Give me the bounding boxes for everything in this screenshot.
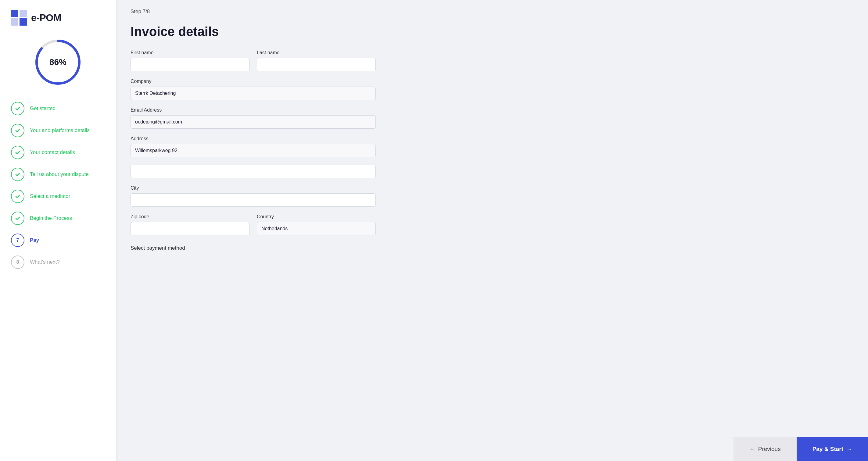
payment-method-label: Select payment method bbox=[130, 245, 376, 251]
svg-rect-0 bbox=[11, 10, 18, 17]
first-name-label: First name bbox=[130, 50, 249, 56]
step-label-8: What's next? bbox=[30, 259, 60, 265]
city-label: City bbox=[130, 185, 376, 191]
progress-container: 86% bbox=[11, 38, 105, 87]
payment-method-row: Select payment method bbox=[130, 243, 376, 251]
step-label-5: Select a mediator bbox=[30, 193, 70, 199]
step-label-3: Your contact details bbox=[30, 150, 75, 156]
address-line2-input[interactable] bbox=[130, 165, 376, 178]
step-item-3[interactable]: Your contact details bbox=[11, 141, 105, 163]
address-group: Address bbox=[130, 136, 376, 157]
pay-start-button[interactable]: Pay & Start → bbox=[797, 437, 868, 461]
last-name-group: Last name bbox=[257, 50, 376, 71]
progress-label: 86% bbox=[50, 57, 66, 67]
check-icon-1 bbox=[14, 105, 21, 111]
zip-group: Zip code bbox=[130, 214, 249, 235]
previous-label: Previous bbox=[758, 446, 781, 453]
step-item-6[interactable]: Begin the Process bbox=[11, 207, 105, 229]
step-circle-5 bbox=[11, 190, 24, 203]
country-group: Country bbox=[257, 214, 376, 235]
epom-logo-icon bbox=[11, 10, 27, 26]
step-circle-8: 8 bbox=[11, 256, 24, 269]
email-label: Email Address bbox=[130, 107, 376, 113]
svg-rect-2 bbox=[11, 18, 18, 26]
city-row: City bbox=[130, 185, 376, 207]
step-item-5[interactable]: Select a mediator bbox=[11, 185, 105, 207]
last-name-label: Last name bbox=[257, 50, 376, 56]
address-label: Address bbox=[130, 136, 376, 141]
first-name-input[interactable] bbox=[130, 58, 249, 71]
logo-text: e-POM bbox=[31, 12, 61, 24]
bottom-bar: ← Previous Pay & Start → bbox=[116, 437, 868, 461]
country-input[interactable] bbox=[257, 222, 376, 235]
step-number-8: 8 bbox=[17, 260, 19, 265]
check-icon-3 bbox=[14, 150, 21, 156]
email-row: Email Address bbox=[130, 107, 376, 129]
previous-button[interactable]: ← Previous bbox=[734, 437, 797, 461]
step-item-4[interactable]: Tell us about your dispute bbox=[11, 163, 105, 185]
address-row-2 bbox=[130, 165, 376, 178]
step-item-2[interactable]: Your and platforms details bbox=[11, 120, 105, 141]
check-icon-5 bbox=[14, 193, 21, 199]
step-item-1[interactable]: Get started bbox=[11, 98, 105, 120]
step-circle-2 bbox=[11, 124, 24, 137]
main-content: Step 7/8 Invoice details First name Last… bbox=[116, 0, 868, 461]
country-label: Country bbox=[257, 214, 376, 220]
address-row-1: Address bbox=[130, 136, 376, 157]
step-circle-3 bbox=[11, 146, 24, 159]
name-row: First name Last name bbox=[130, 50, 376, 71]
email-group: Email Address bbox=[130, 107, 376, 129]
zip-label: Zip code bbox=[130, 214, 249, 220]
step-item-8: 8 What's next? bbox=[11, 251, 105, 273]
zip-input[interactable] bbox=[130, 222, 249, 235]
company-row: Company bbox=[130, 79, 376, 100]
pay-start-label: Pay & Start bbox=[812, 446, 843, 453]
company-label: Company bbox=[130, 79, 376, 84]
form-area: Invoice details First name Last name Com… bbox=[116, 14, 391, 461]
logo-area: e-POM bbox=[11, 10, 105, 26]
step-label-7: Pay bbox=[30, 237, 39, 243]
company-input[interactable] bbox=[130, 87, 376, 100]
step-label-6: Begin the Process bbox=[30, 215, 72, 221]
pay-start-arrow-icon: → bbox=[846, 446, 852, 453]
step-circle-7: 7 bbox=[11, 234, 24, 247]
step-number-7: 7 bbox=[17, 237, 19, 243]
zip-country-row: Zip code Country bbox=[130, 214, 376, 235]
first-name-group: First name bbox=[130, 50, 249, 71]
step-label-2: Your and platforms details bbox=[30, 127, 90, 134]
address-line2-group bbox=[130, 165, 376, 178]
check-icon-6 bbox=[14, 215, 21, 221]
svg-rect-1 bbox=[20, 10, 27, 17]
check-icon-4 bbox=[14, 171, 21, 177]
step-label-4: Tell us about your dispute bbox=[30, 171, 89, 177]
city-input[interactable] bbox=[130, 193, 376, 207]
check-icon-2 bbox=[14, 127, 21, 134]
step-indicator: Step 7/8 bbox=[116, 0, 868, 14]
step-item-7[interactable]: 7 Pay bbox=[11, 229, 105, 251]
last-name-input[interactable] bbox=[257, 58, 376, 71]
svg-rect-3 bbox=[20, 18, 27, 26]
step-circle-1 bbox=[11, 102, 24, 115]
progress-circle: 86% bbox=[34, 38, 82, 87]
steps-list: Get started Your and platforms details Y… bbox=[11, 98, 105, 273]
previous-arrow-icon: ← bbox=[749, 446, 755, 453]
address-line1-input[interactable] bbox=[130, 144, 376, 157]
step-label-1: Get started bbox=[30, 105, 56, 111]
form-title: Invoice details bbox=[130, 24, 376, 39]
payment-method-group: Select payment method bbox=[130, 243, 376, 251]
step-circle-6 bbox=[11, 211, 24, 225]
company-group: Company bbox=[130, 79, 376, 100]
sidebar: e-POM 86% Get started bbox=[0, 0, 116, 461]
email-input[interactable] bbox=[130, 115, 376, 129]
step-circle-4 bbox=[11, 168, 24, 181]
city-group: City bbox=[130, 185, 376, 207]
